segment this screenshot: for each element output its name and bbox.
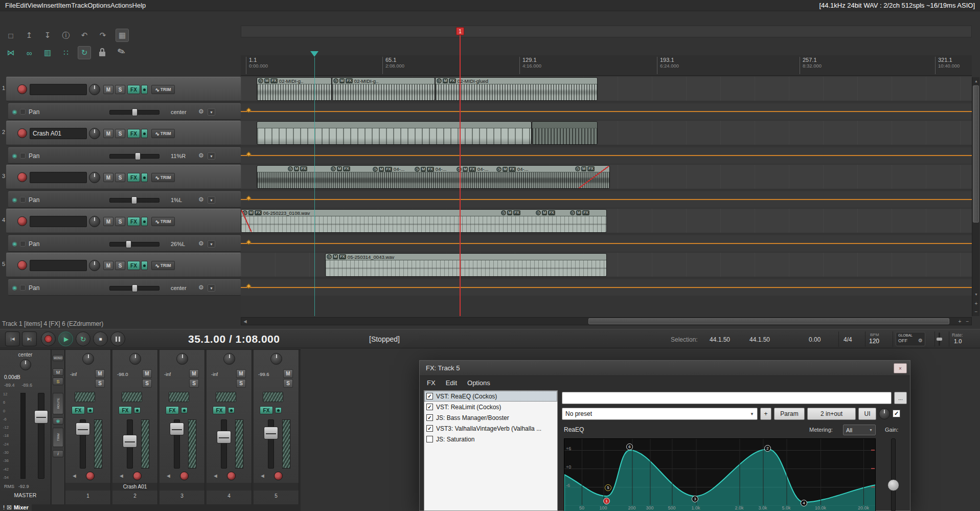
rate-value[interactable]: 1.0 xyxy=(954,338,962,344)
fx-button[interactable]: FX xyxy=(119,406,132,414)
grid-dots-icon[interactable]: ∷ xyxy=(59,46,73,59)
item-mute-chip[interactable]: M xyxy=(576,210,581,215)
item-mute-chip[interactable]: M xyxy=(503,167,508,172)
envelope-fx-icon[interactable] xyxy=(20,197,26,203)
media-item[interactable]: ◷ M FX 02-MIDI-g.. xyxy=(257,77,332,101)
fx-bypass-toggle[interactable] xyxy=(141,173,148,182)
playrate-slider[interactable] xyxy=(939,332,940,346)
item-clock-icon[interactable]: ◷ xyxy=(331,166,336,171)
pan-slider-handle[interactable] xyxy=(126,240,131,248)
envelope-fx-icon[interactable] xyxy=(20,285,26,291)
global-automation-override[interactable]: GLOBAL OFF⚙ xyxy=(896,332,925,346)
solo-button[interactable]: S xyxy=(236,379,246,388)
solo-button[interactable]: S xyxy=(115,173,125,182)
pan-envelope-panel-3[interactable]: ◉ Pan 1%L ⚙ ▼ xyxy=(8,191,241,208)
menu-item[interactable]: Track xyxy=(71,2,87,9)
speaker-icon[interactable]: ◄ xyxy=(166,473,171,479)
timeline-ruler[interactable]: 1.1 0:00.000 65.1 2:08.000 129.1 4:16.00… xyxy=(241,55,972,76)
fx-button[interactable]: FX xyxy=(260,406,273,414)
menu-item[interactable]: Actions xyxy=(110,2,132,9)
record-arm-button[interactable] xyxy=(17,128,27,138)
solo-button[interactable]: S xyxy=(53,377,63,385)
media-item[interactable]: ◷ M FX 06-250223_0108.wav ◷MFX ◷MFX ◷MFX xyxy=(241,209,607,233)
wet-dry-knob[interactable] xyxy=(879,408,890,419)
track-panel-5[interactable]: M S FX ∿TRIM xyxy=(6,253,241,277)
item-fadein-curve[interactable] xyxy=(241,210,252,232)
play-button[interactable]: ▶ xyxy=(58,331,73,346)
fx-bypass-toggle[interactable] xyxy=(141,217,148,226)
fx-chain-window[interactable]: FX: Track 5 × FXEditOptions VST: ReaEQ (… xyxy=(419,360,910,511)
new-project-icon[interactable]: □ xyxy=(4,29,17,42)
record-arm-button[interactable] xyxy=(17,216,27,226)
plugin-enable-checkbox[interactable] xyxy=(426,393,433,399)
save-project-icon[interactable]: ↧ xyxy=(41,29,54,42)
channel-fader-handle[interactable] xyxy=(217,431,231,443)
item-fx-chip[interactable]: FX xyxy=(346,78,353,83)
eq-band-handle[interactable]: 4 xyxy=(801,500,807,506)
media-item[interactable]: ◷MFX ◷MFX ◷MFX04-... ◷MFX04-... ◷MFX04-.… xyxy=(257,165,610,189)
track-volume-knob[interactable] xyxy=(89,84,100,95)
mute-button[interactable]: M xyxy=(236,369,246,378)
track-panel-1[interactable]: M S FX ∿TRIM xyxy=(6,77,241,101)
item-fx-chip[interactable]: FX xyxy=(513,210,520,215)
chevron-down-icon[interactable]: ▼ xyxy=(208,196,215,204)
track-panel-4[interactable]: M S FX ∿TRIM xyxy=(6,209,241,233)
fx-bypass-toggle[interactable] xyxy=(275,407,282,413)
gear-icon[interactable]: ⚙ xyxy=(198,152,204,159)
menu-item[interactable]: Item xyxy=(58,2,71,9)
fx-bypass-toggle[interactable] xyxy=(228,407,235,413)
chevron-down-icon[interactable]: ▼ xyxy=(208,108,215,116)
mute-button[interactable]: M xyxy=(103,261,113,270)
selection-start[interactable]: 44.1.50 xyxy=(710,336,730,343)
pan-envelope-panel-2[interactable]: ◉ Pan 11%R ⚙ ▼ xyxy=(8,147,241,164)
solo-button[interactable]: S xyxy=(283,379,293,388)
pan-slider[interactable] xyxy=(109,242,159,247)
chevron-down-icon[interactable]: ▼ xyxy=(208,152,215,160)
item-clock-icon[interactable]: ◷ xyxy=(536,210,541,215)
item-chip-group[interactable]: ◷MFX xyxy=(288,166,307,171)
route-button[interactable]: ROUTE xyxy=(53,393,63,414)
item-chip-group[interactable]: ◷MFX xyxy=(501,210,520,215)
item-clock-icon[interactable]: ◷ xyxy=(501,210,506,215)
gain-slider[interactable] xyxy=(891,438,896,511)
mixer-strip-5[interactable]: -99.6 M S FX ◄ 5 xyxy=(254,350,299,504)
ui-button[interactable]: UI xyxy=(858,408,876,420)
item-mute-chip[interactable]: M xyxy=(264,78,269,83)
channel-fader-handle[interactable] xyxy=(264,427,278,439)
item-fx-chip[interactable]: FX xyxy=(548,210,555,215)
record-arm-button[interactable] xyxy=(227,472,236,480)
channel-pan-knob[interactable] xyxy=(129,353,141,365)
fx-plugin-row[interactable]: JS: Saturation xyxy=(424,434,557,445)
master-fader-handle[interactable] xyxy=(34,410,48,424)
track-name-field[interactable] xyxy=(30,172,87,183)
envelope-fx-icon[interactable] xyxy=(20,153,26,159)
fx-button[interactable]: FX xyxy=(127,217,140,226)
track-panel-3[interactable]: M S FX ∿TRIM xyxy=(6,165,241,189)
open-project-icon[interactable]: ↥ xyxy=(22,29,36,42)
item-clock-icon[interactable]: ◷ xyxy=(288,166,293,171)
close-icon[interactable]: × xyxy=(894,363,907,373)
fx-button[interactable]: FX xyxy=(166,406,179,414)
fx-button[interactable]: FX xyxy=(127,129,140,138)
fx-bypass-toggle[interactable] xyxy=(141,129,148,138)
item-mute-chip[interactable]: M xyxy=(507,210,512,215)
pan-slider-handle[interactable] xyxy=(135,152,141,160)
item-mute-chip[interactable]: M xyxy=(463,167,468,172)
plugin-enable-checkbox[interactable] xyxy=(426,404,433,410)
item-fx-chip[interactable]: FX xyxy=(339,254,346,259)
item-grouping-icon[interactable]: ∞ xyxy=(22,46,36,59)
record-arm-button[interactable] xyxy=(180,472,189,480)
trim-button[interactable]: ∿TRIM xyxy=(151,261,175,270)
record-arm-button[interactable] xyxy=(86,472,95,480)
time-signature[interactable]: 4/4 xyxy=(844,336,852,343)
fx-plugin-list[interactable]: VST: ReaEQ (Cockos) VST: ReaLimit (Cocko… xyxy=(424,390,558,511)
envelope-active-icon[interactable]: ◉ xyxy=(12,196,17,203)
channel-pan-knob[interactable] xyxy=(176,353,188,365)
bpm-value[interactable]: 120 xyxy=(869,338,879,345)
media-item[interactable] xyxy=(257,121,532,145)
vertical-scroll-thumb[interactable] xyxy=(973,85,979,223)
mixer-strip-2[interactable]: -98.0 M S FX ◄ Crash A01 2 xyxy=(112,350,158,504)
zoom-out-icon[interactable]: − xyxy=(964,318,971,325)
item-mute-chip[interactable]: M xyxy=(339,78,345,83)
selection-end[interactable]: 44.1.50 xyxy=(749,336,770,343)
